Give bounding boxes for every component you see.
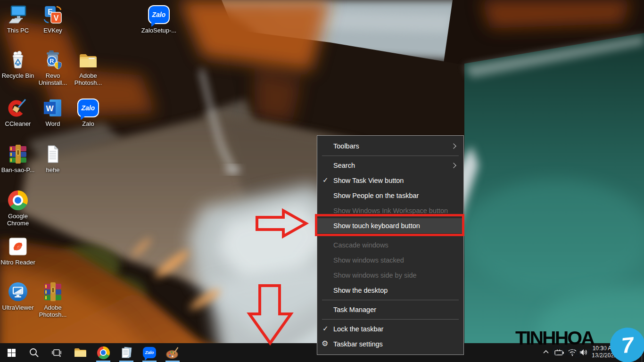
zalo-setup-icon: Zalo (148, 5, 170, 24)
menu-item-task-manager[interactable]: Task Manager (317, 302, 463, 317)
menu-separator (322, 300, 459, 300)
desktop-icon-nitro-reader[interactable]: Nitro Reader (0, 236, 36, 266)
taskbar-paint-button[interactable] (162, 343, 183, 362)
zalo-icon: Zalo (143, 347, 156, 358)
text-document-icon (42, 144, 63, 165)
submenu-arrow-icon (451, 143, 456, 148)
desktop-icon-label: EVKey (43, 27, 62, 34)
chrome-icon (8, 190, 28, 210)
task-view-button[interactable] (46, 343, 67, 362)
desktop-icon-label: Nitro Reader (0, 259, 35, 266)
desktop-icon-recycle-bin[interactable]: Recycle Bin (0, 49, 36, 79)
menu-item-lock-the-taskbar[interactable]: ✓ Lock the taskbar (317, 321, 463, 337)
menu-item-label: Search (333, 162, 355, 169)
desktop-icon-label: CCleaner (5, 120, 31, 127)
menu-item-cascade-windows: Cascade windows (317, 238, 463, 253)
taskbar-search-button[interactable] (23, 343, 45, 362)
revo-uninstaller-icon: R (42, 49, 63, 70)
taskbar-notepad-button[interactable] (116, 343, 137, 362)
desktop-icon-zalo[interactable]: Zalo Zalo (70, 97, 106, 127)
desktop-icon-label: Zalo (82, 120, 94, 127)
submenu-arrow-icon (451, 163, 456, 168)
menu-item-taskbar-settings[interactable]: ⚙ Taskbar settings (317, 337, 463, 352)
desktop-icon-adobe-photoshop-folder[interactable]: Adobe Photosh... (70, 49, 106, 86)
menu-separator (322, 156, 459, 156)
desktop-icon-word[interactable]: W Word (35, 97, 71, 127)
desktop-icon-this-pc[interactable]: This PC (0, 4, 36, 34)
desktop-icon-label: This PC (7, 27, 29, 34)
svg-text:R: R (50, 58, 54, 65)
paint-icon (166, 346, 179, 359)
highlight-box (315, 214, 464, 236)
file-explorer-button[interactable] (69, 343, 91, 362)
menu-separator (322, 319, 459, 320)
svg-text:V: V (54, 14, 59, 22)
desktop-icon-label: Ban-sao-P... (1, 166, 35, 173)
chevron-up-icon (542, 348, 550, 356)
nitro-reader-icon (8, 236, 28, 257)
desktop-icon-hehe[interactable]: hehe (35, 143, 71, 173)
desktop-icon-label: Adobe Photosh... (70, 72, 106, 86)
menu-item-show-the-desktop[interactable]: Show the desktop (317, 283, 463, 298)
word-icon: W (42, 98, 63, 118)
desktop-icon-label: Adobe Photosh... (35, 304, 71, 318)
task-view-icon (51, 347, 62, 358)
desktop-icon-label: Recycle Bin (2, 72, 34, 79)
desktop-icon-label: Revo Uninstall... (35, 72, 71, 86)
menu-item-show-windows-side-by-side: Show windows side by side (317, 268, 463, 283)
menu-item-toolbars[interactable]: Toolbars (317, 139, 463, 154)
svg-text:W: W (46, 104, 54, 113)
menu-item-search[interactable]: Search (317, 158, 463, 173)
tray-chevron-up-button[interactable] (542, 348, 550, 358)
desktop-icon-evkey[interactable]: E V EVKey (35, 4, 71, 34)
desktop-icon-google-chrome[interactable]: Google Chrome (0, 189, 36, 227)
desktop-icon-zalosetup[interactable]: Zalo ZaloSetup-... (141, 4, 177, 34)
ccleaner-icon (8, 98, 28, 118)
menu-item-label: Task Manager (333, 306, 376, 313)
windows-logo-icon (7, 348, 16, 357)
desktop-icon-ultraviewer[interactable]: UltraViewer (0, 281, 36, 311)
desktop-icon-label: hehe (46, 166, 60, 173)
badge-number: 7 (620, 332, 635, 358)
menu-item-label: Show Task View button (333, 177, 404, 184)
desktop-icon-revo-uninstaller[interactable]: R Revo Uninstall... (35, 49, 71, 86)
search-icon (29, 347, 39, 358)
ultraviewer-icon (8, 281, 28, 302)
menu-item-label: Show the desktop (333, 287, 388, 294)
recycle-bin-icon (8, 49, 28, 70)
desktop-icon-label: Google Chrome (0, 213, 36, 227)
menu-item-label: Taskbar settings (333, 340, 383, 348)
zalo-icon: Zalo (77, 99, 99, 117)
chrome-icon (97, 346, 110, 359)
desktop-icon-label: ZaloSetup-... (141, 27, 176, 34)
menu-item-label: Show windows side by side (333, 272, 417, 279)
desktop-icon-ban-sao-rar[interactable]: Ban-sao-P... (0, 143, 36, 173)
winrar-archive-icon (42, 281, 63, 302)
desktop-icon-adobe-photoshop-rar[interactable]: Adobe Photosh... (35, 281, 71, 318)
taskbar-zalo-button[interactable]: Zalo (139, 343, 160, 362)
start-button[interactable] (0, 343, 22, 362)
watermark-subtitle: Công nghệ (551, 344, 615, 358)
menu-item-label: Toolbars (333, 142, 359, 150)
file-explorer-icon (74, 347, 87, 358)
menu-item-label: Show windows stacked (333, 256, 404, 264)
desktop-icon-label: Word (46, 120, 60, 127)
desktop-icon-ccleaner[interactable]: CCleaner (0, 97, 36, 127)
menu-item-show-task-view-button[interactable]: ✓ Show Task View button (317, 173, 463, 188)
menu-item-show-people[interactable]: Show People on the taskbar (317, 188, 463, 203)
menu-item-label: Lock the taskbar (333, 325, 383, 333)
winrar-archive-icon (8, 144, 28, 165)
menu-item-label: Cascade windows (333, 241, 388, 249)
evkey-icon: E V (42, 4, 63, 25)
taskbar-chrome-button[interactable] (92, 343, 114, 362)
checkmark-icon: ✓ (322, 324, 329, 333)
desktop-screen: This PC E V EVKey Zalo ZaloSetup-... Rec… (0, 0, 644, 362)
taskbar-context-menu: Toolbars Search ✓ Show Task View button … (317, 135, 464, 355)
checkmark-icon: ✓ (322, 176, 329, 184)
notepad-icon (120, 346, 132, 359)
menu-item-label: Show Windows Ink Workspace button (333, 207, 448, 214)
this-pc-icon (8, 4, 28, 25)
menu-item-show-windows-stacked: Show windows stacked (317, 253, 463, 268)
menu-item-label: Show People on the taskbar (333, 192, 419, 199)
desktop-icon-label: UltraViewer (2, 304, 34, 311)
